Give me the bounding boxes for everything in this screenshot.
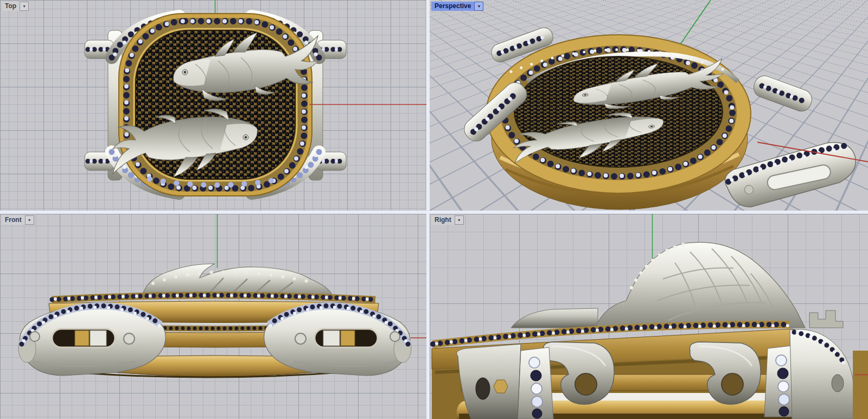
clasp-left xyxy=(18,305,165,376)
chevron-down-icon[interactable]: ▼ xyxy=(20,2,29,11)
viewport-tab-right[interactable]: Right ▼ xyxy=(431,215,464,225)
fish-tail-relief xyxy=(595,242,805,328)
front-view-render xyxy=(0,214,426,419)
fish-relief-dome xyxy=(142,264,333,296)
viewport-perspective[interactable]: Perspective ▼ xyxy=(430,0,868,211)
viewport-right[interactable]: Right ▼ xyxy=(430,214,868,419)
top-view-render xyxy=(0,0,426,211)
viewport-top[interactable]: Top ▼ xyxy=(0,0,426,211)
clasp-right xyxy=(264,305,411,376)
black-pave-dial xyxy=(514,56,723,167)
viewport-tab-perspective[interactable]: Perspective ▼ xyxy=(431,2,483,11)
chevron-down-icon[interactable]: ▼ xyxy=(455,215,464,225)
viewport-tab-top[interactable]: Top ▼ xyxy=(2,2,29,11)
perspective-view-render xyxy=(430,0,868,211)
chevron-down-icon[interactable]: ▼ xyxy=(25,215,34,225)
gem-strip xyxy=(518,347,553,419)
viewport-title-front[interactable]: Front xyxy=(2,215,25,225)
jewelry-model-perspective-view[interactable] xyxy=(460,26,861,211)
right-view-render xyxy=(430,214,868,419)
viewport-front[interactable]: Front ▼ xyxy=(0,214,426,419)
jewelry-model-top-view[interactable] xyxy=(85,14,346,196)
viewport-title-perspective[interactable]: Perspective xyxy=(431,2,474,11)
viewport-tab-front[interactable]: Front ▼ xyxy=(2,215,34,225)
viewport-title-right[interactable]: Right xyxy=(431,215,455,225)
jewelry-model-right-view[interactable] xyxy=(432,242,868,419)
viewport-title-top[interactable]: Top xyxy=(2,2,20,11)
chevron-down-icon[interactable]: ▼ xyxy=(474,2,483,11)
jewelry-model-front-view[interactable] xyxy=(18,264,411,377)
cad-four-viewport-workspace: Top ▼ xyxy=(0,0,868,419)
